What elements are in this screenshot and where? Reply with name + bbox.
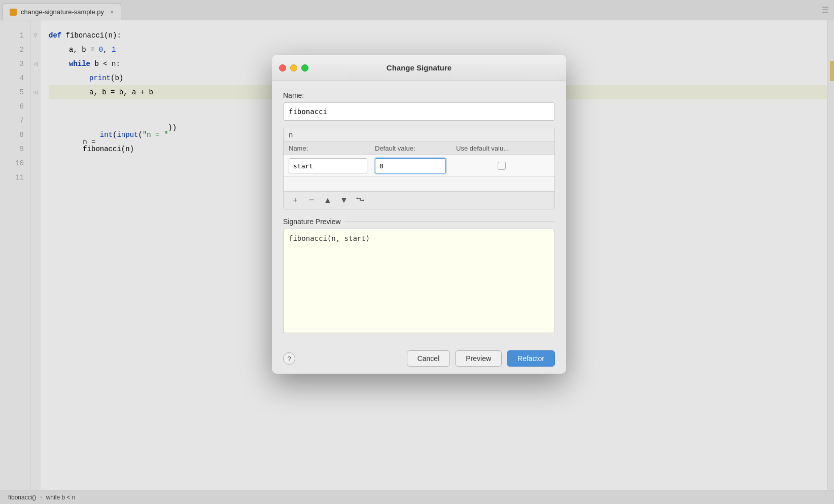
help-button[interactable]: ? (283, 352, 295, 365)
dialog-body: Name: n Name: Default value: Use default… (272, 81, 566, 343)
gutter-empty-6 (30, 99, 41, 114)
preview-button[interactable]: Preview (455, 350, 502, 367)
param-default-input[interactable] (375, 158, 446, 173)
add-param-button[interactable]: + (289, 195, 302, 206)
param-toolbar: + − ▲ ▼ (284, 191, 554, 209)
gutter-empty-2 (30, 43, 41, 57)
breadcrumb-block: while b < n (46, 494, 76, 501)
param-empty-row (284, 177, 554, 191)
status-bar: fibonacci() › while b < n (0, 490, 834, 504)
col-default-label: Default value: (375, 145, 456, 152)
param-variable-name: n (284, 128, 554, 142)
function-name-input[interactable] (283, 102, 555, 121)
minimize-button[interactable] (290, 64, 297, 71)
gutter-empty-11 (30, 170, 41, 185)
name-label: Name: (283, 91, 555, 99)
tab-filename: change-signature-sample.py (21, 8, 104, 16)
tab-close-button[interactable]: × (110, 9, 114, 16)
param-table-header: Name: Default value: Use default valu... (284, 142, 554, 155)
signature-preview-box: fibonacci(n, start) (283, 229, 555, 333)
svg-point-0 (357, 198, 358, 199)
refactor-button[interactable]: Refactor (507, 350, 555, 367)
split-button[interactable] (354, 195, 367, 206)
parameter-section: n Name: Default value: Use default valu.… (283, 128, 555, 209)
scroll-mark (830, 61, 834, 81)
dialog-titlebar: Change Signature (272, 55, 566, 81)
use-default-checkbox[interactable] (498, 162, 506, 170)
hamburger-icon[interactable]: ☰ (822, 5, 829, 15)
change-signature-dialog: Change Signature Name: n Name: Default v… (272, 55, 566, 374)
dialog-title: Change Signature (387, 63, 451, 72)
code-line-1: def fibonacci(n): (49, 28, 827, 43)
remove-param-button[interactable]: − (305, 195, 318, 206)
gutter-bp-3: ◁ (30, 57, 41, 71)
cancel-button[interactable]: Cancel (407, 350, 450, 367)
gutter-empty-8 (30, 128, 41, 142)
line-numbers: 1 2 3 4 5 6 7 8 9 10 11 (0, 20, 30, 490)
param-name-input[interactable] (289, 158, 367, 173)
breadcrumb-function: fibonacci() (8, 494, 36, 501)
gutter-empty-9 (30, 142, 41, 156)
gutter-fold-1[interactable]: ▽ (30, 28, 41, 43)
gutter-empty-10 (30, 156, 41, 170)
close-button[interactable] (279, 64, 286, 71)
param-row-1 (284, 155, 554, 177)
python-file-icon (10, 9, 17, 16)
dialog-footer: ? Cancel Preview Refactor (272, 343, 566, 374)
svg-point-1 (363, 200, 364, 201)
use-default-container (454, 162, 549, 170)
signature-preview-label: Signature Preview (283, 218, 555, 226)
gutter-bp-5: ◁ (30, 85, 41, 99)
breadcrumb-separator: › (40, 494, 42, 500)
move-down-button[interactable]: ▼ (337, 195, 351, 206)
gutter-empty-4 (30, 71, 41, 85)
editor-tab[interactable]: change-signature-sample.py × (2, 4, 121, 20)
signature-section: Signature Preview fibonacci(n, start) (283, 218, 555, 333)
gutter-empty-7 (30, 114, 41, 128)
move-up-button[interactable]: ▲ (321, 195, 334, 206)
tab-bar: change-signature-sample.py × (0, 0, 834, 20)
code-gutter: ▽ ◁ ◁ (30, 20, 41, 490)
col-use-default-label: Use default valu... (456, 145, 549, 152)
scrollbar-gutter (827, 20, 834, 490)
col-name-label: Name: (289, 145, 375, 152)
maximize-button[interactable] (301, 64, 308, 71)
traffic-lights (279, 64, 308, 71)
